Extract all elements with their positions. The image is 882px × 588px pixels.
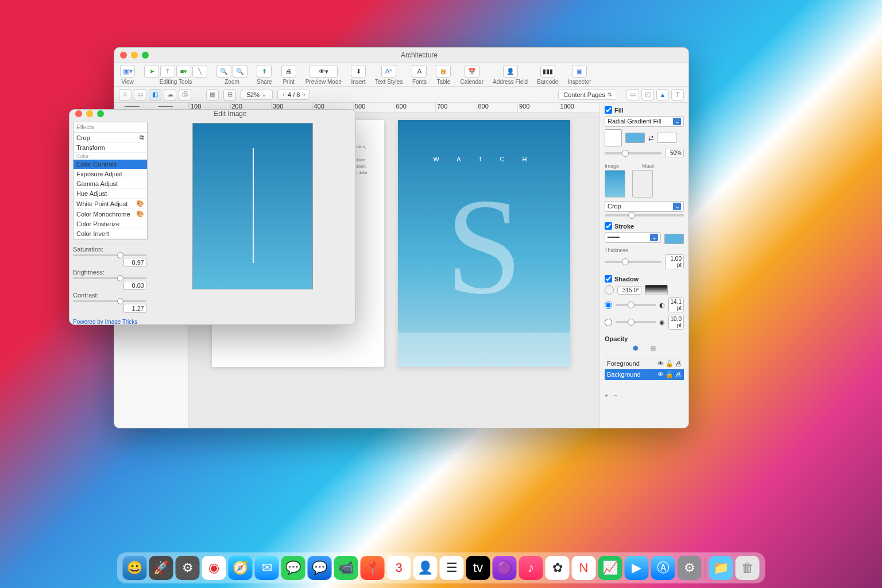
tab-images-icon[interactable]: ☁ (164, 89, 176, 100)
close-icon[interactable] (120, 52, 127, 59)
modal-titlebar[interactable]: Edit Image (69, 110, 355, 118)
mask-thumbnail[interactable] (632, 170, 653, 198)
grid-toggle-icon[interactable]: ▦ (206, 89, 219, 100)
toolbar-inspector[interactable]: ▣ Inspector (567, 65, 591, 85)
tab-text-icon[interactable]: ⓐ (179, 89, 191, 100)
toolbar-calendar[interactable]: 📅 Calendar (460, 65, 483, 85)
toolbar-view[interactable]: ▣▾ View (120, 65, 135, 85)
inspector-tab-appearance-icon[interactable]: ◰ (641, 89, 654, 100)
toolbar-share[interactable]: ⬆ Share (257, 65, 272, 85)
close-icon[interactable] (75, 110, 82, 117)
effect-hue-adjust[interactable]: Hue Adjust (74, 189, 147, 199)
grid-opacity-icon[interactable]: ▦ (650, 345, 656, 352)
effect-color-invert[interactable]: Color Invert (74, 229, 147, 239)
shadow-blur-slider[interactable] (616, 321, 656, 323)
shadow-checkbox[interactable] (605, 275, 612, 283)
powered-by-link[interactable]: Powered by Image Tricks (69, 315, 150, 325)
toolbar-insert[interactable]: ⬇ Insert (351, 65, 366, 85)
inspector-tab-text-icon[interactable]: T (671, 89, 684, 100)
dock-reminders-icon[interactable]: ☰ (440, 556, 464, 580)
dock-trash-icon[interactable]: 🗑 (736, 556, 760, 580)
image-preview[interactable] (192, 123, 313, 289)
toolbar-text-styles[interactable]: Aᴬ Text Styles (375, 65, 403, 85)
dock-news-icon[interactable]: N (572, 556, 596, 580)
dock-tv-icon[interactable]: tv (466, 556, 490, 580)
effect-color-monochrome[interactable]: Color Monochrome🎨 (74, 209, 147, 219)
dock-app1-icon[interactable]: 💬 (308, 556, 332, 580)
stroke-color-swatch[interactable] (664, 234, 684, 244)
shadow-angle-input[interactable]: 315.0° (617, 286, 641, 295)
crop-dropdown[interactable]: Crop⌄ (605, 201, 684, 212)
contrast-slider[interactable] (73, 300, 146, 302)
stroke-checkbox[interactable] (605, 222, 612, 230)
color-end-swatch[interactable] (657, 133, 676, 143)
dock-calendar-icon[interactable]: 3 (387, 556, 411, 580)
page-right[interactable]: W A T C H S (398, 120, 570, 367)
effect-color-posterize[interactable]: Color Posterize (74, 219, 147, 229)
shadow-blur-radio[interactable] (605, 319, 612, 326)
minimize-icon[interactable] (131, 52, 138, 59)
dock-photos-icon[interactable]: ✿ (546, 556, 570, 580)
layer-foreground[interactable]: Foreground👁 🔓 🖨 (605, 358, 684, 369)
fill-type-dropdown[interactable]: Radial Gradient Fill⌄ (605, 116, 684, 127)
next-page-icon[interactable]: › (303, 92, 305, 98)
shadow-offset-slider[interactable] (616, 304, 656, 306)
content-pages-dropdown[interactable]: Content Pages⇅ (558, 90, 617, 100)
shadow-angle-dial[interactable] (605, 285, 614, 295)
fill-checkbox[interactable] (605, 106, 612, 114)
shadow-blur-input[interactable]: 10.0 pt (668, 315, 684, 330)
effect-transform[interactable]: Transform (74, 143, 147, 153)
thickness-slider[interactable] (605, 261, 662, 263)
dock-settings-icon[interactable]: ⚙ (176, 556, 200, 580)
toolbar-editing-tools[interactable]: ➤ T ■▾ ╲ Editing Tools (144, 65, 207, 85)
dock-mail-icon[interactable]: ✉ (255, 556, 279, 580)
effect-gamma-adjust[interactable]: Gamma Adjust (74, 179, 147, 189)
maximize-icon[interactable] (97, 110, 104, 117)
layer-background[interactable]: Background👁 🔓 🖨 (605, 369, 684, 380)
effect-crop[interactable]: Crop⧉ (74, 133, 147, 143)
thickness-input[interactable]: 1.00 pt (665, 254, 684, 269)
shadow-offset-radio[interactable] (605, 301, 612, 309)
swap-colors-icon[interactable]: ⇄ (648, 134, 653, 142)
maximize-icon[interactable] (142, 52, 149, 59)
stroke-style-dropdown[interactable]: ━━━⌄ (605, 232, 661, 243)
prev-page-icon[interactable]: ‹ (283, 92, 284, 98)
dock-launchpad-icon[interactable]: 🚀 (149, 556, 173, 580)
dock-finder-icon[interactable]: 😀 (123, 556, 147, 580)
single-opacity-icon[interactable]: ⬢ (633, 345, 639, 352)
titlebar[interactable]: Architecture (114, 48, 688, 63)
dock-preferences-icon[interactable]: ⚙ (678, 556, 702, 580)
guides-toggle-icon[interactable]: ⊞ (223, 89, 236, 100)
effect-exposure-adjust[interactable]: Exposure Adjust (74, 169, 147, 179)
saturation-slider[interactable] (73, 254, 146, 256)
tab-shapes-icon[interactable]: ◧ (149, 89, 161, 100)
dock-podcasts-icon[interactable]: 🟣 (493, 556, 517, 580)
add-layer-button[interactable]: + − (605, 392, 684, 399)
toolbar-barcode[interactable]: ▮▮▮ Barcode (537, 65, 558, 85)
dock-stocks-icon[interactable]: 📈 (598, 556, 622, 580)
minimize-icon[interactable] (86, 110, 93, 117)
toolbar-fonts[interactable]: A Fonts (412, 65, 427, 85)
dock-facetime-icon[interactable]: 📹 (334, 556, 358, 580)
color-start-swatch[interactable] (625, 133, 645, 143)
dock-appstore-icon[interactable]: Ⓐ (651, 556, 675, 580)
shadow-color-swatch[interactable] (645, 285, 668, 295)
tab-layers-icon[interactable]: ▭ (134, 89, 146, 100)
image-thumbnail[interactable] (605, 170, 625, 198)
effect-color-controls[interactable]: Color Controls (74, 160, 147, 169)
dock-contacts-icon[interactable]: 👤 (413, 556, 438, 580)
toolbar-print[interactable]: 🖨 Print (281, 65, 296, 85)
brightness-input[interactable]: 0.03 (123, 281, 146, 290)
zoom-selector[interactable]: 52%⌄ (241, 90, 273, 100)
dock-swift-icon[interactable]: ◉ (202, 556, 226, 580)
contrast-input[interactable]: 1.27 (123, 304, 146, 313)
inspector-tab-geometry-icon[interactable]: ▭ (626, 89, 639, 100)
image-slider[interactable] (605, 214, 684, 216)
tab-pages-icon[interactable]: ☆ (119, 89, 131, 100)
toolbar-preview-mode[interactable]: 👁▾ Preview Mode (305, 65, 342, 85)
gradient-preview[interactable] (605, 129, 622, 146)
shadow-offset-input[interactable]: 14.1 pt (668, 297, 684, 312)
dock-folder-icon[interactable]: 📁 (709, 556, 733, 580)
effect-white-point-adjust[interactable]: White Point Adjust🎨 (74, 199, 147, 209)
dock-keynote-icon[interactable]: ▶ (625, 556, 649, 580)
